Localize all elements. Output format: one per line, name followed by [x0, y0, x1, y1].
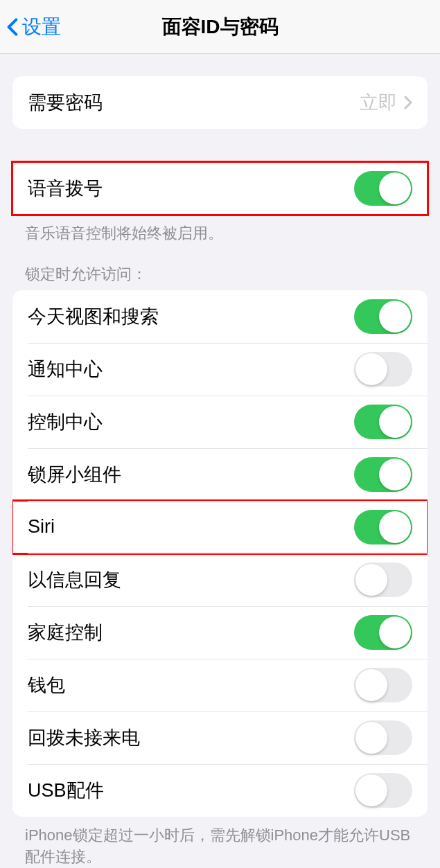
lock-access-label: 家庭控制	[28, 620, 103, 645]
require-passcode-value: 立即	[360, 90, 397, 115]
lock-access-group: 今天视图和搜索通知中心控制中心锁屏小组件Siri以信息回复家庭控制钱包回拨未接来…	[12, 290, 428, 817]
switch-knob	[355, 722, 387, 754]
voice-dial-toggle[interactable]	[354, 171, 412, 206]
lock-access-toggle[interactable]	[354, 457, 412, 492]
back-label: 设置	[22, 14, 61, 40]
lock-access-label: Siri	[28, 516, 55, 538]
lock-access-row: 家庭控制	[12, 606, 428, 659]
lock-access-label: 今天视图和搜索	[28, 304, 159, 329]
lock-access-row: 回拨未接来电	[12, 711, 428, 764]
switch-knob	[355, 564, 387, 596]
lock-access-row: 锁屏小组件	[12, 448, 428, 501]
switch-knob	[379, 617, 411, 648]
lock-access-toggle[interactable]	[354, 563, 412, 597]
lock-access-toggle[interactable]	[354, 615, 412, 650]
lock-access-row: USB配件	[12, 764, 428, 817]
lock-access-label: 钱包	[28, 673, 65, 698]
voice-dial-group: 语音拨号	[12, 162, 428, 215]
voice-dial-footer: 音乐语音控制将始终被启用。	[0, 215, 440, 245]
lock-access-toggle[interactable]	[354, 299, 412, 334]
lock-access-toggle[interactable]	[354, 720, 412, 755]
voice-dial-label: 语音拨号	[28, 176, 103, 201]
lock-access-label: 以信息回复	[28, 567, 121, 592]
back-button[interactable]: 设置	[0, 14, 61, 40]
nav-header: 设置 面容ID与密码	[0, 0, 440, 54]
lock-access-footer: iPhone锁定超过一小时后，需先解锁iPhone才能允许USB配件连接。	[0, 817, 440, 868]
lock-access-label: 回拨未接来电	[28, 725, 140, 750]
switch-knob	[379, 459, 411, 490]
lock-access-label: 锁屏小组件	[28, 462, 121, 487]
switch-knob	[379, 301, 411, 333]
lock-access-row: Siri	[12, 501, 428, 553]
switch-knob	[355, 774, 387, 806]
page-title: 面容ID与密码	[0, 14, 440, 40]
lock-access-toggle[interactable]	[354, 510, 412, 544]
lock-access-label: 控制中心	[28, 409, 103, 434]
chevron-left-icon	[7, 17, 18, 37]
switch-knob	[379, 172, 411, 204]
chevron-right-icon	[404, 96, 412, 109]
voice-dial-row: 语音拨号	[12, 162, 428, 215]
switch-knob	[355, 669, 387, 701]
lock-access-toggle[interactable]	[354, 352, 412, 387]
lock-access-label: USB配件	[28, 778, 104, 803]
switch-knob	[379, 406, 411, 438]
lock-access-toggle[interactable]	[354, 405, 412, 439]
lock-access-toggle[interactable]	[354, 668, 412, 702]
lock-access-toggle[interactable]	[354, 773, 412, 808]
lock-access-row: 今天视图和搜索	[12, 290, 428, 343]
lock-access-header: 锁定时允许访问：	[0, 245, 440, 290]
lock-access-label: 通知中心	[28, 357, 103, 382]
require-passcode-group: 需要密码 立即	[12, 76, 428, 129]
require-passcode-label: 需要密码	[28, 90, 103, 115]
require-passcode-value-wrap: 立即	[360, 90, 412, 115]
lock-access-row: 钱包	[12, 659, 428, 711]
lock-access-row: 通知中心	[12, 343, 428, 396]
lock-access-row: 以信息回复	[12, 553, 428, 606]
require-passcode-row[interactable]: 需要密码 立即	[12, 76, 428, 129]
switch-knob	[355, 353, 387, 385]
switch-knob	[379, 511, 411, 543]
lock-access-row: 控制中心	[12, 396, 428, 448]
